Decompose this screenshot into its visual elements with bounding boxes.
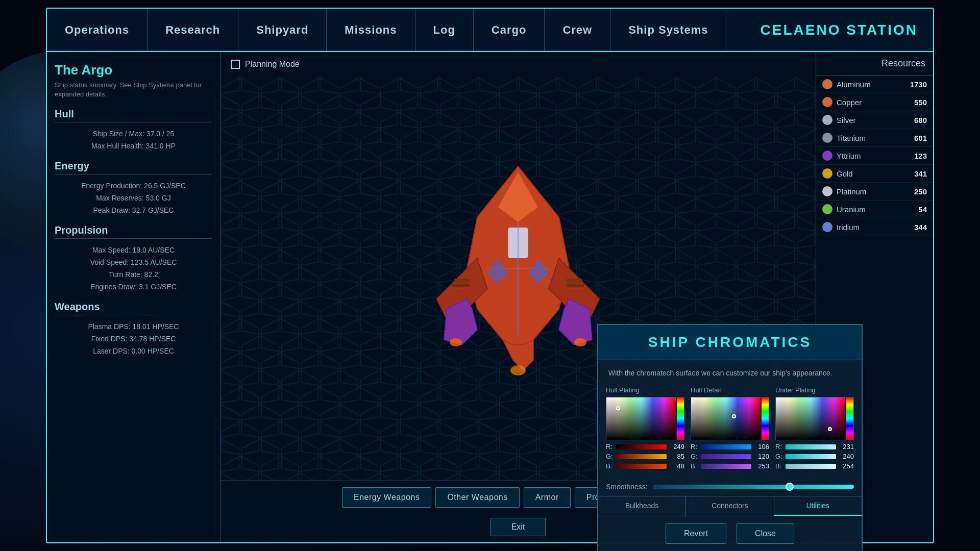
color-pickers-row: Hull Plating R: 249 G: 85: [598, 386, 862, 478]
ship-display: [421, 156, 615, 401]
tab-utilities[interactable]: Utilities: [774, 496, 862, 516]
g-value-0: 85: [669, 453, 684, 460]
tab-connectors[interactable]: Connectors: [686, 496, 774, 516]
g-slider-2[interactable]: [786, 454, 836, 459]
b-value-1: 253: [754, 462, 769, 470]
energy-stat-0: Energy Production: 26.5 GJ/SEC: [55, 180, 212, 192]
tab-cargo[interactable]: Cargo: [474, 9, 545, 51]
hull-detail-label: Hull Detail: [691, 386, 769, 394]
r-slider-1[interactable]: [701, 444, 751, 449]
chromatics-tabs: Bulkheads Connectors Utilities: [598, 496, 862, 516]
resource-amount-platinum: 250: [914, 187, 927, 196]
armor-button[interactable]: Armor: [524, 487, 571, 508]
smoothness-slider[interactable]: [653, 485, 854, 489]
svg-rect-19: [454, 279, 470, 283]
tab-crew[interactable]: Crew: [545, 9, 610, 51]
smoothness-row: Smoothness:: [598, 478, 862, 496]
resource-icon-titanium: [822, 133, 832, 143]
resource-name-silver: Silver: [837, 116, 914, 124]
b-slider-2[interactable]: [786, 464, 836, 469]
g-value-2: 240: [839, 453, 854, 460]
resource-name-aluminum: Aluminum: [837, 80, 910, 89]
resource-row-aluminum: Aluminum1730: [816, 76, 933, 93]
g-slider-1[interactable]: [701, 454, 751, 459]
chromatics-title: SHIP CHROMATICS: [598, 325, 862, 360]
hull-detail-canvas[interactable]: [691, 397, 769, 440]
resource-row-titanium: Titanium601: [816, 129, 933, 147]
resource-icon-platinum: [822, 186, 832, 196]
r-slider-0[interactable]: [616, 444, 667, 449]
hull-detail-dot[interactable]: [732, 414, 736, 418]
tab-missions[interactable]: Missions: [327, 9, 415, 51]
resource-name-uranium: Uranium: [837, 205, 918, 214]
hull-detail-picker: Hull Detail R: 106 G: 120: [691, 386, 769, 472]
chromatics-actions: Revert Close: [598, 516, 862, 551]
hull-plating-canvas[interactable]: [606, 397, 684, 440]
resource-name-copper: Copper: [837, 98, 914, 107]
smoothness-label: Smoothness:: [606, 483, 648, 491]
propulsion-stat-3: Engines Draw: 3.1 GJ/SEC: [55, 281, 212, 293]
r-value-1: 106: [754, 443, 769, 450]
energy-section: Energy Energy Production: 26.5 GJ/SEC Ma…: [55, 160, 212, 216]
propulsion-header: Propulsion: [55, 224, 212, 239]
resource-icon-aluminum: [822, 79, 832, 89]
resource-row-yttrium: Yttrium123: [816, 147, 933, 165]
svg-rect-22: [567, 284, 584, 287]
resource-name-platinum: Platinum: [837, 187, 914, 196]
resource-icon-yttrium: [822, 151, 832, 161]
chromatics-overlay: SHIP CHROMATICS With the chromatech surf…: [597, 324, 863, 551]
under-plating-canvas[interactable]: [775, 397, 854, 440]
hull-header: Hull: [55, 108, 212, 122]
planning-mode-label: Planning Mode: [245, 60, 300, 69]
g-label-1: G:: [691, 453, 698, 460]
hull-plating-label: Hull Plating: [606, 386, 684, 394]
resource-row-uranium: Uranium54: [816, 201, 933, 218]
hull-section: Hull Ship Size / Max: 37.0 / 25 Max Hull…: [55, 108, 212, 152]
b-label-1: B:: [691, 462, 698, 470]
resource-row-gold: Gold341: [816, 165, 933, 183]
tab-log[interactable]: Log: [415, 9, 474, 51]
resource-name-titanium: Titanium: [837, 134, 914, 142]
resource-amount-silver: 680: [914, 116, 927, 124]
ship-subtitle: Ship status summary. See Ship Systems pa…: [55, 81, 212, 99]
tab-shipyard[interactable]: Shipyard: [238, 9, 327, 51]
weapons-stat-2: Laser DPS: 0.00 HP/SEC: [55, 345, 212, 357]
weapons-section: Weapons Plasma DPS: 18.01 HP/SEC Fixed D…: [55, 301, 212, 357]
smoothness-thumb[interactable]: [786, 483, 794, 491]
g-slider-0[interactable]: [616, 454, 667, 459]
tab-research[interactable]: Research: [148, 9, 238, 51]
energy-header: Energy: [55, 160, 212, 174]
tab-ship-systems[interactable]: Ship Systems: [610, 9, 726, 51]
resource-name-yttrium: Yttrium: [837, 152, 914, 160]
resource-name-gold: Gold: [837, 169, 914, 178]
g-label-0: G:: [606, 453, 614, 460]
left-panel: The Argo Ship status summary. See Ship S…: [47, 52, 220, 542]
b-slider-1[interactable]: [701, 464, 751, 469]
b-slider-0[interactable]: [616, 464, 667, 469]
under-plating-dot[interactable]: [828, 427, 832, 431]
under-plating-picker: Under Plating R: 231 G: 240: [775, 386, 854, 472]
resource-amount-gold: 341: [914, 169, 927, 178]
svg-rect-21: [567, 279, 582, 283]
svg-point-12: [450, 338, 462, 346]
resource-amount-iridium: 344: [914, 223, 927, 232]
tab-operations[interactable]: Operations: [47, 9, 148, 51]
revert-button[interactable]: Revert: [666, 523, 726, 544]
energy-stat-2: Peak Draw: 32.7 GJ/SEC: [55, 204, 212, 216]
hull-plating-dot[interactable]: [616, 406, 620, 410]
r-slider-2[interactable]: [786, 444, 836, 449]
resource-amount-yttrium: 123: [914, 152, 927, 160]
tab-bulkheads[interactable]: Bulkheads: [598, 496, 686, 516]
energy-weapons-button[interactable]: Energy Weapons: [342, 487, 431, 508]
b-label-2: B:: [775, 462, 783, 470]
r-label-0: R:: [606, 443, 614, 450]
resource-icon-silver: [822, 115, 832, 125]
energy-stat-1: Max Reserves: 53.0 GJ: [55, 192, 212, 204]
planning-mode-checkbox[interactable]: [231, 60, 240, 69]
resource-name-iridium: Iridium: [837, 223, 914, 232]
svg-point-14: [510, 365, 526, 375]
exit-button[interactable]: Exit: [491, 518, 546, 536]
station-title: CELAENO STATION: [761, 22, 933, 38]
other-weapons-button[interactable]: Other Weapons: [435, 487, 519, 508]
close-button[interactable]: Close: [737, 523, 794, 544]
